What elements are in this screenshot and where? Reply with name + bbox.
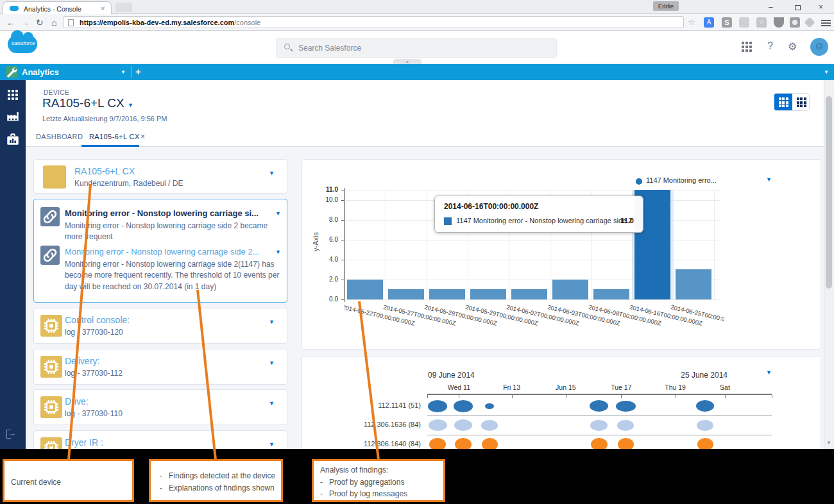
chip-icon (40, 356, 62, 378)
timeline-tick-mark (459, 395, 459, 398)
device-card[interactable]: RA105-6+L CX Kundenzentrum, Radebeul / D… (33, 159, 287, 194)
device-card-dropdown-icon[interactable]: ▼ (269, 170, 275, 176)
forward-icon[interactable]: → (21, 17, 30, 28)
tab-device[interactable]: RA105-6+L CX (89, 133, 140, 140)
url-text[interactable]: https://empolis-kba-dev-ed.my.salesforce… (80, 19, 260, 26)
timeline-tick-label: Sat (720, 383, 730, 391)
camera-extension-icon[interactable] (790, 17, 800, 28)
gridline-v (345, 190, 345, 299)
browser-menu-icon[interactable] (821, 19, 831, 28)
callout-text: - Proof by log messages (320, 488, 407, 500)
timeline-row-label: 112.1141 (51) (337, 401, 421, 409)
timeline-dot (696, 400, 714, 412)
app-launcher-icon[interactable] (742, 42, 752, 52)
timeline-tick-label: Wed 11 (448, 383, 470, 391)
grid-view-button[interactable] (774, 94, 792, 110)
logout-icon[interactable]: → (6, 428, 19, 439)
component-card-delivery[interactable]: Delivery: log - 377030-112 ▼ (33, 349, 287, 385)
component-title[interactable]: Delivery: (65, 356, 99, 366)
help-icon[interactable]: ? (767, 40, 773, 52)
minimize-button[interactable]: – (769, 3, 773, 12)
device-card-subtitle: Kundenzentrum, Radebeul / DE (74, 179, 183, 188)
tab-dashboard[interactable]: DASHBOARD (36, 133, 83, 140)
app-dropdown-icon[interactable]: ▼ (121, 69, 126, 75)
global-search[interactable] (276, 38, 557, 58)
timeline-dot (481, 420, 498, 431)
component-title[interactable]: Dryer IR : (65, 437, 103, 448)
star-box-extension-icon[interactable]: ☆ (756, 17, 767, 28)
device-card-title[interactable]: RA105-6+L CX (74, 166, 135, 176)
chart-dropdown-icon[interactable]: ▼ (766, 176, 772, 183)
view-toggle (774, 93, 810, 111)
reload-icon[interactable]: ↻ (36, 17, 44, 28)
s-extension-icon[interactable]: S (722, 17, 732, 28)
timeline-dot (454, 419, 472, 431)
table-view-button[interactable] (792, 94, 810, 110)
bar[interactable] (511, 289, 547, 299)
callout-text: Current device (11, 476, 61, 489)
component-card-drive[interactable]: Drive: log - 377030-110 ▼ (33, 389, 287, 425)
component-dropdown-icon[interactable]: ▼ (269, 441, 275, 448)
timeline-tick-label: Tue 17 (611, 383, 631, 391)
table-view-icon (797, 97, 806, 107)
bar[interactable] (347, 280, 383, 299)
bar[interactable] (429, 289, 465, 299)
y-tick-mark (341, 299, 344, 300)
salesforce-logo[interactable]: salesforce (8, 35, 37, 53)
back-icon[interactable]: ← (6, 17, 15, 28)
setup-gear-icon[interactable]: ⚙ (788, 40, 797, 53)
bar[interactable] (593, 289, 629, 299)
timeline-tick-mark (621, 395, 622, 398)
home-icon[interactable]: ⌂ (51, 17, 56, 28)
finding-body-1: Monitoring error - Nonstop lowering carr… (65, 221, 280, 243)
factory-icon[interactable] (6, 110, 19, 124)
chip-icon (40, 396, 62, 418)
finding-title-2[interactable]: Monitoring error - Nonstop lowering carr… (65, 247, 270, 256)
legend-label[interactable]: 1147 Monitoring erro... (646, 176, 717, 184)
timeline-dot (429, 419, 447, 431)
gridline-v (673, 190, 674, 299)
component-title[interactable]: Drive: (65, 396, 89, 407)
title-dropdown-icon[interactable]: ▼ (128, 102, 133, 108)
new-tab-button[interactable] (115, 3, 132, 12)
browser-profile-chip[interactable]: Eddie (653, 1, 679, 11)
scrollbar-down-icon[interactable]: ▼ (826, 440, 831, 446)
search-icon (284, 44, 290, 49)
translate-extension-icon[interactable]: A (704, 17, 714, 28)
bar[interactable] (676, 269, 711, 299)
component-dropdown-icon[interactable]: ▼ (269, 400, 275, 407)
sidebar-grid-icon[interactable] (8, 90, 18, 100)
tab-close-icon[interactable]: × (101, 4, 105, 12)
add-tab-icon[interactable]: + (135, 66, 141, 77)
bar[interactable] (552, 280, 588, 299)
callout-findings: - Findings detected at the device - Expl… (149, 459, 283, 502)
browser-tab[interactable]: Analytics - Console × (3, 1, 112, 14)
component-dropdown-icon[interactable]: ▼ (269, 319, 275, 325)
y-tick-mark (341, 280, 344, 280)
cases-icon[interactable] (6, 133, 19, 148)
tab-device-close-icon[interactable]: × (140, 132, 145, 141)
component-card-control-console[interactable]: Control console: log - 377030-120 ▼ (33, 308, 287, 344)
shield-extension-icon[interactable] (774, 17, 784, 28)
bookmark-star-icon[interactable]: ☆ (688, 17, 695, 27)
finding-1-dropdown-icon[interactable]: ▼ (275, 210, 281, 217)
close-window-button[interactable]: × (819, 3, 823, 12)
timeline-tick-label: Fri 13 (503, 383, 520, 391)
user-avatar[interactable]: ☺ (810, 38, 828, 56)
gridline-h (345, 299, 720, 300)
search-input[interactable] (298, 42, 542, 55)
y-tick-mark (341, 190, 344, 190)
bar[interactable] (470, 289, 506, 299)
app-name[interactable]: Analytics (22, 67, 59, 77)
component-title[interactable]: Control console: (65, 315, 130, 325)
nav-right-dropdown-icon[interactable]: ▼ (824, 69, 829, 75)
columns-extension-icon[interactable] (739, 17, 749, 28)
timeline-dot (428, 400, 447, 412)
y-axis-ticks: 0.02.04.06.08.010.011.0 (302, 160, 345, 349)
component-dropdown-icon[interactable]: ▼ (269, 360, 275, 366)
restore-button[interactable] (795, 5, 801, 10)
finding-title-1[interactable]: Monitoring error - Nonstop lowering carr… (65, 208, 270, 218)
scrollbar-thumb[interactable] (826, 96, 832, 289)
finding-2-dropdown-icon[interactable]: ▼ (275, 249, 281, 255)
bar[interactable] (388, 289, 424, 299)
